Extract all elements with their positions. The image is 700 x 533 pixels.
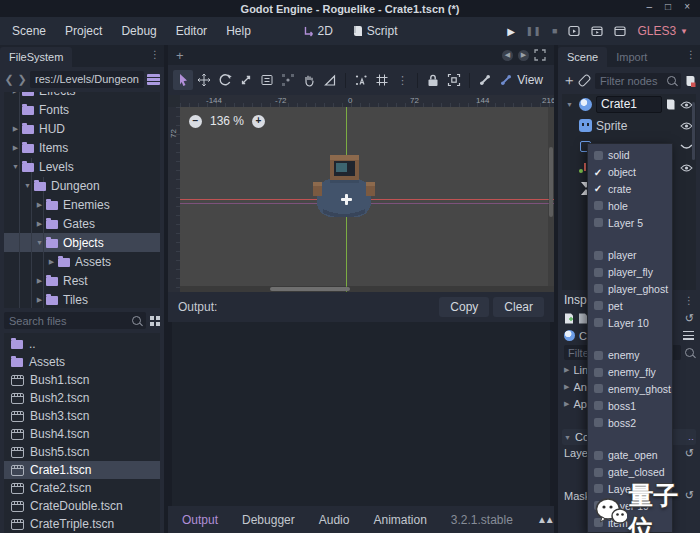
scene-tab-prev-icon[interactable]: ◀ <box>502 50 513 61</box>
file-row[interactable]: Bush1.tscn <box>4 371 160 389</box>
tab-filesystem[interactable]: FileSystem <box>0 47 72 67</box>
layer-option[interactable]: enemy <box>593 347 672 364</box>
maximize-button[interactable]: □ <box>665 1 671 12</box>
node-row-crate1[interactable]: ▼ Crate1 <box>562 94 696 115</box>
menu-project[interactable]: Project <box>65 24 102 38</box>
layer-option[interactable]: Layer 5 <box>593 214 672 231</box>
clear-button[interactable]: Clear <box>493 297 544 317</box>
revert-icon[interactable]: ↺ <box>685 447 694 460</box>
tree-item-hud[interactable]: ▶HUD <box>4 119 160 138</box>
visibility-eye-icon[interactable] <box>680 163 693 173</box>
expand-icon[interactable]: ▼ <box>564 101 575 108</box>
grid-snap-button[interactable] <box>372 70 392 90</box>
move-tool-button[interactable] <box>194 70 214 90</box>
zoom-out-button[interactable]: − <box>189 115 202 128</box>
filesystem-split-icon[interactable] <box>147 74 160 85</box>
file-row[interactable]: Bush4.tscn <box>4 425 160 443</box>
node-name-edit[interactable]: Crate1 <box>596 96 662 113</box>
nav-back-button[interactable]: ❮ <box>4 73 14 86</box>
instance-scene-icon[interactable] <box>577 73 591 87</box>
menu-help[interactable]: Help <box>226 24 251 38</box>
bottom-tab-audio[interactable]: Audio <box>319 513 350 527</box>
zoom-level[interactable]: 136 % <box>210 114 244 128</box>
tree-item-rest[interactable]: ▶Rest <box>4 271 160 290</box>
skeleton-button[interactable] <box>475 70 495 90</box>
scale-tool-button[interactable] <box>236 70 256 90</box>
play-button[interactable]: ▶ <box>507 26 515 37</box>
breadcrumb[interactable]: res://Levels/Dungeon <box>30 71 144 88</box>
editor-2d-button[interactable]: 2D <box>302 24 332 38</box>
bottom-tab-output[interactable]: Output <box>182 513 218 527</box>
layer-option[interactable]: player_ghost <box>593 281 672 298</box>
history-icon[interactable]: ↺ <box>685 312 694 325</box>
view-menu[interactable]: View <box>517 73 549 87</box>
menu-editor[interactable]: Editor <box>176 24 207 38</box>
layer-option[interactable]: ✓crate <box>593 181 672 198</box>
layer-option[interactable]: solid <box>593 147 672 164</box>
group-object-button[interactable] <box>444 70 464 90</box>
tree-item-tiles[interactable]: ▶Tiles <box>4 290 160 308</box>
collapse-icon[interactable]: ▶ <box>46 258 57 266</box>
tree-item-gates[interactable]: ▶Gates <box>4 214 160 233</box>
pivot-tool-button[interactable] <box>278 70 298 90</box>
editor-script-button[interactable]: Script <box>353 24 398 38</box>
tree-item-dungeon[interactable]: ▼Dungeon <box>4 176 160 195</box>
position-handle[interactable] <box>341 194 352 205</box>
close-button[interactable]: × <box>684 1 690 12</box>
lock-object-button[interactable] <box>423 70 443 90</box>
menu-debug[interactable]: Debug <box>121 24 156 38</box>
copy-button[interactable]: Copy <box>439 297 489 317</box>
play-edited-scene-button[interactable] <box>591 25 603 37</box>
snap-options-icon[interactable]: ⋮ <box>392 70 412 90</box>
tab-import[interactable]: Import <box>607 47 656 67</box>
add-node-button[interactable]: ＋ <box>562 72 574 90</box>
layer-option[interactable]: boss1 <box>593 397 672 414</box>
script-icon[interactable] <box>666 99 675 110</box>
stop-button[interactable]: ■ <box>552 26 557 36</box>
tab-scene[interactable]: Scene <box>558 47 607 67</box>
output-console[interactable] <box>172 322 550 507</box>
layer-option[interactable]: hole <box>593 197 672 214</box>
dock-menu-icon[interactable]: ⋮ <box>150 49 160 60</box>
file-row[interactable]: CrateDouble.tscn <box>4 497 160 515</box>
pan-tool-button[interactable] <box>299 70 319 90</box>
add-scene-tab-button[interactable]: + <box>176 48 184 63</box>
vertical-scrollbar[interactable] <box>548 107 554 286</box>
file-row-assets[interactable]: Assets <box>4 353 160 371</box>
expand-bottom-panel-icon[interactable]: ▲▲ <box>537 514 553 525</box>
tree-item-levels[interactable]: ▼Levels <box>4 157 160 176</box>
search-files-input[interactable]: Search files <box>4 312 146 329</box>
zoom-in-button[interactable]: + <box>252 115 265 128</box>
filter-nodes-input[interactable]: Filter nodes <box>595 73 681 89</box>
tree-item-effects[interactable]: ▶Effects <box>4 92 160 100</box>
file-row[interactable]: Bush3.tscn <box>4 407 160 425</box>
nav-forward-button[interactable]: ❯ <box>17 73 27 86</box>
layer-option[interactable]: pet <box>593 297 672 314</box>
selection-list-button[interactable] <box>257 70 277 90</box>
file-row-selected[interactable]: Crate1.tscn <box>4 461 160 479</box>
scene-tab-next-icon[interactable]: ▶ <box>518 50 529 61</box>
tree-item-assets[interactable]: ▶Assets <box>4 252 160 271</box>
video-driver-select[interactable]: GLES3 ▼ <box>637 24 688 38</box>
tree-item-objects[interactable]: ▼Objects <box>4 233 160 252</box>
dock-menu-icon[interactable]: ⋮ <box>686 49 696 60</box>
pause-button[interactable]: ❚❚ <box>526 26 541 36</box>
node-row-sprite[interactable]: Sprite <box>562 115 696 136</box>
ruler-tool-button[interactable] <box>320 70 340 90</box>
canvas-viewport[interactable]: − 136 % + <box>180 107 554 292</box>
rotate-tool-button[interactable] <box>215 70 235 90</box>
minimize-button[interactable]: – <box>647 1 653 12</box>
file-row[interactable]: Crate2.tscn <box>4 479 160 497</box>
dock-menu-icon[interactable]: ⋮ <box>684 295 694 306</box>
crate-sprite[interactable] <box>313 155 375 220</box>
layer-option[interactable]: enemy_ghost <box>593 381 672 398</box>
bottom-tab-debugger[interactable]: Debugger <box>242 513 295 527</box>
file-row[interactable]: CrateTriple.tscn <box>4 515 160 533</box>
layer-option[interactable]: Layer 10 <box>593 314 672 331</box>
object-tools-icon[interactable] <box>683 331 694 340</box>
layer-option[interactable]: player_fly <box>593 264 672 281</box>
tree-scrollbar[interactable] <box>692 102 695 160</box>
thumbnail-view-icon[interactable] <box>150 316 160 326</box>
layer-option[interactable]: boss2 <box>593 414 672 431</box>
layer-option[interactable]: player <box>593 247 672 264</box>
